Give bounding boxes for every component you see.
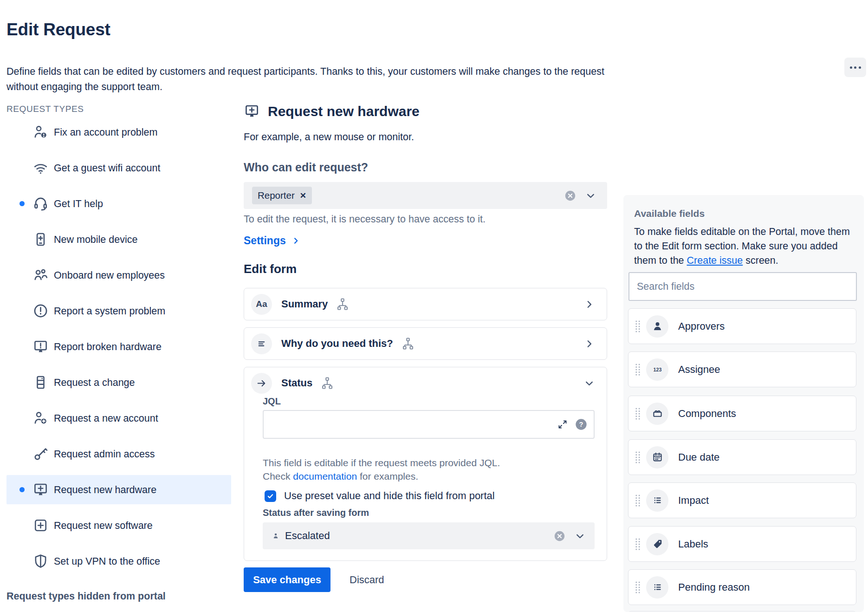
sidebar-item-fix-an-account-problem[interactable]: Fix an account problem — [6, 117, 231, 147]
text-lines-icon — [251, 333, 272, 354]
field-card-assignee[interactable]: 123Assignee — [628, 352, 856, 387]
field-card-labels[interactable]: Labels — [628, 526, 856, 562]
sidebar-item-request-new-software[interactable]: Request new software — [6, 511, 231, 540]
open-indicator-dot — [19, 201, 25, 206]
person-small-icon — [272, 532, 279, 540]
sidebar-item-new-mobile-device[interactable]: New mobile device — [6, 225, 231, 254]
sidebar-item-request-admin-access[interactable]: Request admin access — [6, 439, 231, 469]
who-can-edit-heading: Who can edit request? — [244, 161, 368, 174]
sidebar-item-onboard-new-employees[interactable]: Onboard new employees — [6, 260, 231, 290]
chevron-down-icon[interactable] — [585, 190, 596, 201]
people-icon — [32, 267, 49, 283]
available-fields-heading: Available fields — [634, 208, 705, 219]
sidebar-item-label: Request admin access — [54, 448, 155, 460]
sidebar-item-label: New mobile device — [54, 234, 137, 245]
available-fields-panel: Available fields To make fields editable… — [623, 195, 864, 612]
field-card-due-date[interactable]: Due date — [628, 439, 856, 475]
sidebar-item-label: Set up VPN to the office — [54, 555, 160, 567]
desc-suffix: screen. — [743, 255, 778, 266]
status-card-header[interactable]: Status — [244, 367, 607, 399]
drag-handle-icon[interactable] — [635, 494, 641, 508]
field-card-pending-reason[interactable]: Pending reason — [628, 569, 856, 605]
help-icon[interactable]: ? — [575, 418, 588, 431]
sidebar-item-set-up-vpn-to-the-office[interactable]: Set up VPN to the office — [6, 547, 231, 576]
chevron-down-icon[interactable] — [575, 531, 585, 541]
save-changes-button[interactable]: Save changes — [244, 567, 330, 592]
arrow-right-icon — [251, 373, 272, 394]
server-icon — [32, 374, 49, 391]
chevron-right-icon[interactable] — [584, 299, 595, 310]
sidebar-item-label: Onboard new employees — [54, 269, 165, 281]
clear-select-icon[interactable] — [553, 530, 566, 542]
tag-label: Reporter — [258, 190, 295, 201]
page-description: Define fields that can be edited by cust… — [6, 64, 610, 95]
hidden-request-types-heading[interactable]: Request types hidden from portal — [6, 591, 166, 602]
field-card-label: Status — [281, 377, 312, 389]
sidebar-item-report-a-system-problem[interactable]: Report a system problem — [6, 296, 231, 326]
field-card-label: Labels — [678, 538, 708, 550]
sitemap-icon — [336, 297, 350, 311]
sidebar-item-label: Report a system problem — [54, 305, 165, 317]
use-preset-checkbox[interactable] — [265, 490, 276, 502]
documentation-link[interactable]: documentation — [293, 471, 357, 482]
field-card-why[interactable]: Why do you need this? — [244, 327, 607, 360]
field-card-label: Approvers — [678, 320, 725, 332]
who-can-edit-select[interactable]: Reporter ✕ — [244, 182, 607, 209]
window-plus-icon — [32, 517, 49, 534]
sitemap-icon — [320, 376, 334, 390]
discard-button[interactable]: Discard — [347, 567, 387, 592]
sidebar-item-report-broken-hardware[interactable]: Report broken hardware — [6, 332, 231, 361]
chevron-right-icon[interactable] — [584, 339, 595, 349]
drag-handle-icon[interactable] — [635, 450, 641, 464]
component-icon — [646, 403, 668, 425]
sidebar-item-label: Get IT help — [54, 198, 103, 209]
sidebar-item-get-it-help[interactable]: Get IT help — [6, 189, 231, 218]
status-after-saving-select[interactable]: Escalated — [263, 522, 595, 549]
request-type-header: Request new hardware — [244, 103, 420, 119]
remove-tag-icon[interactable]: ✕ — [300, 192, 306, 200]
clear-select-icon[interactable] — [564, 189, 577, 202]
chevron-down-icon[interactable] — [584, 378, 595, 389]
more-options-button[interactable] — [844, 58, 866, 77]
sitemap-icon — [401, 337, 415, 351]
jql-field: ? — [263, 410, 595, 439]
edit-form-heading: Edit form — [244, 262, 297, 276]
drag-handle-icon[interactable] — [635, 537, 641, 551]
sidebar-item-get-a-guest-wifi-account[interactable]: Get a guest wifi account — [6, 153, 231, 182]
search-fields-input[interactable] — [628, 272, 857, 301]
sidebar-item-label: Request new software — [54, 520, 153, 531]
field-card-approvers[interactable]: Approvers — [628, 308, 856, 344]
open-indicator-dot — [19, 487, 25, 492]
jql-label: JQL — [263, 396, 281, 407]
alert-circle-icon — [32, 303, 49, 319]
field-card-impact[interactable]: Impact — [628, 482, 856, 518]
settings-link[interactable]: Settings — [244, 234, 300, 247]
field-card-components[interactable]: Components — [628, 396, 856, 431]
person-filled-icon — [646, 315, 668, 338]
field-card-summary[interactable]: Aa Summary — [244, 288, 607, 320]
field-card-status: Status JQL ? This field is editable if t… — [244, 367, 607, 561]
field-card-label: Components — [678, 408, 736, 420]
drag-handle-icon[interactable] — [635, 580, 641, 594]
calendar-icon — [646, 446, 668, 469]
tag-icon — [646, 533, 668, 555]
key-icon — [32, 446, 49, 462]
sidebar-item-request-new-hardware[interactable]: Request new hardware — [6, 475, 231, 504]
field-card-label: Pending reason — [678, 581, 750, 593]
monitor-plus-icon — [244, 103, 260, 119]
drag-handle-icon[interactable] — [635, 363, 641, 377]
drag-handle-icon[interactable] — [635, 319, 641, 333]
headset-icon — [32, 195, 49, 212]
drag-handle-icon[interactable] — [635, 407, 641, 421]
create-issue-link[interactable]: Create issue — [687, 255, 743, 266]
field-card-label: Due date — [678, 451, 719, 463]
reporter-tag[interactable]: Reporter ✕ — [252, 187, 312, 204]
sidebar-item-label: Request a change — [54, 377, 135, 388]
sidebar-item-request-a-new-account[interactable]: Request a new account — [6, 404, 231, 433]
text-style-icon: Aa — [251, 294, 272, 315]
sidebar-item-request-a-change[interactable]: Request a change — [6, 368, 231, 397]
access-note: To edit the request, it is necessary to … — [244, 214, 486, 225]
jql-input[interactable] — [264, 411, 594, 438]
expand-icon[interactable] — [557, 418, 569, 430]
number-123-icon: 123 — [646, 358, 668, 381]
